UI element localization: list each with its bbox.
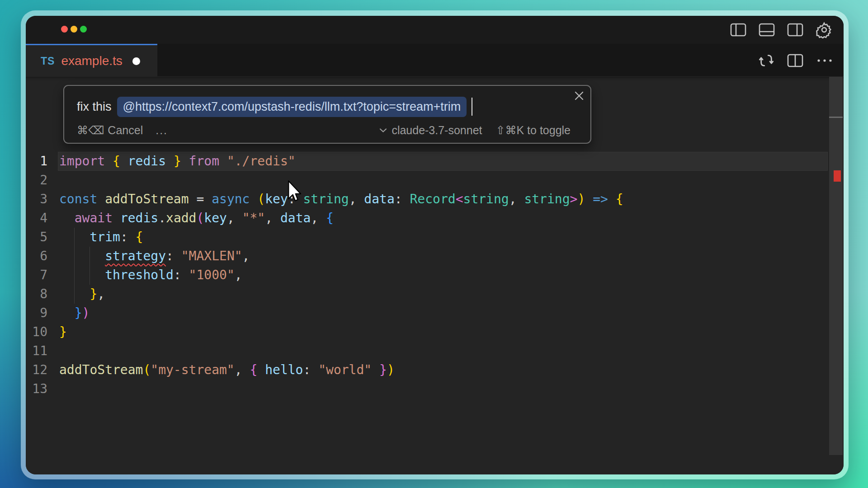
code-token: addToStream — [105, 192, 189, 206]
more-actions-icon[interactable] — [816, 58, 833, 63]
code-token: redis — [120, 211, 158, 225]
desktop-background: TS example.ts — [0, 0, 868, 488]
code-token — [219, 154, 227, 169]
code-line: const addToStream = async (key: string, … — [59, 190, 623, 209]
code-token — [59, 286, 90, 301]
code-token: redis — [128, 154, 166, 169]
scrollbar[interactable] — [829, 77, 843, 455]
code-token: string — [303, 192, 349, 206]
scrollbar-thumb-edge — [829, 117, 843, 118]
code-token — [59, 305, 75, 320]
code-editor[interactable]: 1import { redis } from "./redis"23const … — [26, 77, 844, 474]
code-token: , — [235, 362, 250, 377]
code-token: : — [303, 362, 318, 377]
code-token: hello — [265, 362, 303, 377]
line-number: 2 — [26, 171, 47, 190]
code-token — [105, 154, 113, 169]
code-token: "world" — [318, 362, 372, 377]
code-token: . — [158, 211, 166, 225]
code-token: , — [242, 249, 250, 263]
unsaved-changes-dot[interactable] — [132, 57, 140, 65]
titlebar[interactable] — [26, 16, 844, 44]
code-token: } — [90, 286, 97, 301]
cancel-button[interactable]: ⌘⌫ Cancel — [77, 124, 143, 137]
line-number: 8 — [26, 285, 47, 304]
mention-chip[interactable]: @https://context7.com/upstash-redis/llm.… — [117, 97, 467, 117]
toggle-left-panel-icon[interactable] — [730, 23, 746, 37]
line-number: 9 — [26, 304, 47, 323]
code-token: string — [524, 192, 570, 206]
code-token: Record — [410, 192, 456, 206]
code-token: data — [280, 211, 311, 225]
code-token: : — [395, 192, 410, 206]
line-number: 12 — [26, 361, 47, 380]
tab-example-ts[interactable]: TS example.ts — [26, 44, 157, 77]
code-line: await redis.xadd(key, "*", data, { — [59, 209, 334, 228]
toggle-bottom-panel-icon[interactable] — [759, 23, 775, 37]
code-token: from — [189, 154, 219, 169]
prompt-input[interactable]: fix this @https://context7.com/upstash-r… — [77, 96, 563, 117]
code-token: : — [288, 192, 303, 206]
inline-prompt-widget: fix this @https://context7.com/upstash-r… — [63, 85, 591, 144]
code-line: }, — [59, 285, 105, 304]
cancel-label: Cancel — [108, 124, 143, 137]
settings-gear-icon[interactable] — [816, 21, 833, 38]
code-line: }) — [59, 304, 90, 323]
code-token: "*" — [242, 211, 265, 225]
editor-actions — [759, 44, 833, 77]
code-token: "my-stream" — [151, 362, 234, 377]
code-token: > — [570, 192, 578, 206]
code-token: await — [75, 211, 113, 225]
line-number: 1 — [26, 152, 47, 171]
tab-label: example.ts — [61, 54, 122, 68]
zoom-window-button[interactable] — [80, 26, 87, 33]
code-token — [181, 154, 189, 169]
close-window-button[interactable] — [61, 26, 68, 33]
code-token: ) — [82, 305, 90, 320]
prompt-right-controls: claude-3.7-sonnet ⇧⌘K to toggle — [379, 124, 571, 137]
code-token: => — [593, 192, 608, 206]
code-token: { — [326, 211, 334, 225]
titlebar-actions — [730, 16, 833, 44]
code-token — [59, 249, 105, 263]
code-token — [59, 211, 75, 225]
more-options-button[interactable]: ... — [156, 124, 168, 137]
model-selector[interactable]: claude-3.7-sonnet — [379, 124, 482, 137]
code-token: threshold — [105, 267, 174, 282]
code-token: "MAXLEN" — [181, 249, 242, 263]
code-token: , — [311, 211, 326, 225]
code-token: : — [166, 249, 181, 263]
code-token: ( — [257, 192, 265, 206]
code-token: string — [463, 192, 509, 206]
chevron-down-icon — [379, 128, 387, 133]
typescript-file-icon: TS — [41, 55, 55, 67]
close-prompt-button[interactable] — [573, 90, 585, 102]
code-token: } — [174, 154, 181, 169]
line-number: 7 — [26, 266, 47, 285]
code-token — [608, 192, 616, 206]
code-token: ( — [196, 211, 204, 225]
model-name: claude-3.7-sonnet — [392, 124, 482, 137]
code-token: } — [59, 324, 67, 339]
line-number: 5 — [26, 228, 47, 247]
code-line: threshold: "1000", — [59, 266, 242, 285]
code-line: addToStream("my-stream", { hello: "world… — [59, 361, 395, 380]
line-number: 4 — [26, 209, 47, 228]
code-token: key — [265, 192, 288, 206]
code-token: ) — [387, 362, 395, 377]
code-token: < — [456, 192, 463, 206]
toggle-right-panel-icon[interactable] — [787, 23, 803, 37]
code-line: strategy: "MAXLEN", — [59, 247, 250, 266]
editor-window: TS example.ts — [26, 16, 844, 474]
minimize-window-button[interactable] — [71, 26, 77, 33]
line-number: 11 — [26, 342, 47, 361]
code-token: { — [250, 362, 257, 377]
prompt-toolbar: ⌘⌫ Cancel ... claude-3.7-sonnet ⇧⌘K to t… — [77, 123, 571, 137]
code-token: import — [59, 154, 105, 169]
open-changes-icon[interactable] — [759, 53, 774, 68]
code-token — [59, 230, 90, 244]
split-editor-icon[interactable] — [787, 54, 803, 67]
text-caret — [472, 98, 472, 116]
code-token: ) — [577, 192, 585, 206]
code-token: addToStream — [59, 362, 143, 377]
